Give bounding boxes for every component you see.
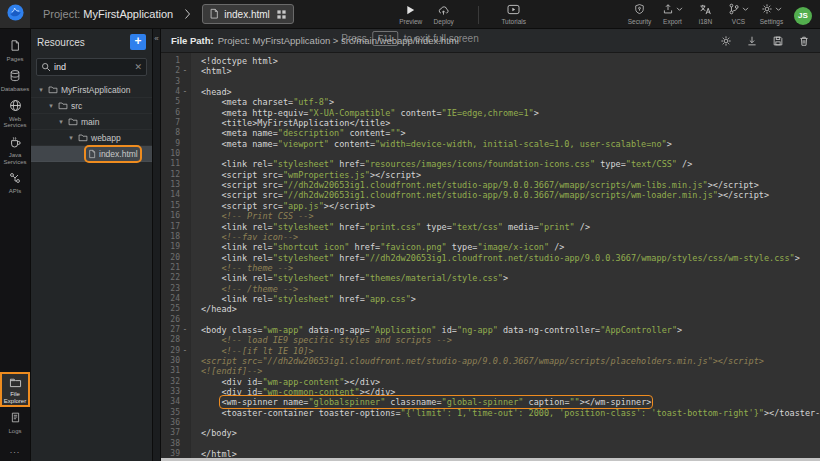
code-line-12[interactable]: <script src="wmProperties.js"></script> bbox=[201, 170, 820, 180]
collapse-panel-icon[interactable]: « bbox=[154, 34, 158, 43]
code-line-35[interactable]: <toaster-container toaster-options="{'li… bbox=[201, 408, 820, 418]
gutter-line: 37 bbox=[161, 428, 190, 438]
fold-marker[interactable]: - bbox=[180, 87, 190, 97]
security-button[interactable]: Security bbox=[623, 4, 656, 25]
code-line-17[interactable]: <link rel="stylesheet" href="print.css" … bbox=[201, 222, 820, 232]
delete-icon[interactable] bbox=[798, 35, 810, 47]
code-line-1[interactable]: <!doctype html> bbox=[201, 56, 820, 66]
tree-expand-icon[interactable]: ▾ bbox=[37, 86, 45, 94]
fold-spacer bbox=[180, 222, 190, 232]
tutorials-button[interactable]: Tutorials bbox=[497, 4, 530, 25]
tree-row-main[interactable]: ▾main bbox=[31, 114, 152, 130]
gutter-line: 22 bbox=[161, 273, 190, 283]
code-line-25[interactable]: </head> bbox=[201, 304, 820, 314]
clear-search-icon[interactable]: ✕ bbox=[134, 63, 142, 72]
sidebar-item-databases[interactable]: Databases bbox=[0, 65, 30, 95]
tree-row-myfirstapplication[interactable]: ▾MyFirstApplication bbox=[31, 82, 152, 98]
search-input[interactable] bbox=[54, 62, 131, 72]
tree-expand-icon[interactable]: ▾ bbox=[57, 118, 65, 126]
tree-row-index-html[interactable]: index.html bbox=[31, 146, 152, 162]
code-line-18[interactable]: <!--fav icon--> bbox=[201, 232, 820, 242]
sidebar-item-webservices[interactable]: Web Services bbox=[0, 95, 30, 132]
tree-expand-icon[interactable]: ▾ bbox=[67, 134, 75, 142]
code-line-30[interactable]: <script src="//dh2dw20653ig1.cloudfront.… bbox=[201, 356, 820, 366]
sidebar-item-label: Logs bbox=[8, 428, 21, 435]
line-number: 14 bbox=[161, 190, 180, 200]
code-line-29[interactable]: <!--[if lt IE 10]> bbox=[201, 346, 820, 356]
sidebar-item-pages[interactable]: Pages bbox=[0, 35, 30, 65]
code-line-21[interactable]: <!-- theme --> bbox=[201, 263, 820, 273]
gutter-line: 3 bbox=[161, 77, 190, 87]
topbar: Project: MyFirstApplication index.html P… bbox=[0, 0, 820, 29]
code-line-27[interactable]: <body class="wm-app" data-ng-app="Applic… bbox=[201, 325, 820, 335]
fold-spacer bbox=[180, 108, 190, 118]
sidebar-item-javaservices[interactable]: Java Services bbox=[0, 132, 30, 169]
grid-menu-icon[interactable] bbox=[276, 9, 287, 20]
i18n-button[interactable]: i18N bbox=[689, 4, 722, 25]
code-line-37[interactable]: </body> bbox=[201, 428, 820, 438]
app-logo[interactable] bbox=[0, 0, 30, 28]
user-avatar[interactable]: JS bbox=[794, 7, 812, 25]
fold-marker[interactable]: - bbox=[180, 346, 190, 356]
tree-row-src[interactable]: ▾src bbox=[31, 98, 152, 114]
code-line-23[interactable]: <!-- /theme --> bbox=[201, 284, 820, 294]
code-line-31[interactable]: <![endif]--> bbox=[201, 366, 820, 376]
search-box[interactable]: ✕ bbox=[36, 58, 147, 76]
code-gutter[interactable]: 12-34-5678910111213141516171819202122232… bbox=[161, 53, 191, 458]
code-line-33[interactable]: <div id="wm-common-content"></div> bbox=[201, 387, 820, 397]
vcs-button[interactable]: VCS bbox=[722, 4, 755, 25]
code-line-2[interactable]: <html> bbox=[201, 66, 820, 76]
code-line-13[interactable]: <script src="//dh2dw20653ig1.cloudfront.… bbox=[201, 180, 820, 190]
tree-row-webapp[interactable]: ▾webapp bbox=[31, 130, 152, 146]
line-number: 21 bbox=[161, 263, 180, 273]
settings-icon[interactable] bbox=[720, 35, 732, 47]
code-line-6[interactable]: <meta http-equiv="X-UA-Compatible" conte… bbox=[201, 108, 820, 118]
code-line-36[interactable] bbox=[201, 418, 820, 428]
fold-spacer bbox=[180, 304, 190, 314]
preview-button[interactable]: Preview bbox=[394, 4, 427, 25]
tree-expand-icon[interactable]: ▾ bbox=[47, 102, 55, 110]
sidebar-item-fileexplorer[interactable]: File Explorer bbox=[0, 372, 30, 408]
file-path-label: File Path: bbox=[171, 35, 214, 46]
add-resource-button[interactable]: + bbox=[130, 34, 146, 50]
fold-marker[interactable]: - bbox=[180, 325, 190, 335]
sidebar-more-button[interactable]: ... bbox=[10, 437, 21, 461]
code-line-9[interactable]: <meta name="viewport" content="width=dev… bbox=[201, 139, 820, 149]
javaservices-icon bbox=[9, 136, 22, 151]
save-icon[interactable] bbox=[772, 35, 784, 47]
code-line-22[interactable]: <link rel="stylesheet" href="themes/mate… bbox=[201, 273, 820, 283]
code-line-28[interactable]: <!-- load IE9 specific styles and script… bbox=[201, 335, 820, 345]
code-line-16[interactable]: <!-- Print CSS --> bbox=[201, 211, 820, 221]
code-line-19[interactable]: <link rel="shortcut icon" href="favicon.… bbox=[201, 242, 820, 252]
tab-index-html[interactable]: index.html bbox=[202, 4, 294, 24]
panel-collapse-strip[interactable]: « bbox=[152, 29, 160, 461]
code-line-14[interactable]: <script src="//dh2dw20653ig1.cloudfront.… bbox=[201, 190, 820, 200]
code-line-10[interactable] bbox=[201, 149, 820, 159]
code-lines[interactable]: <!doctype html><html><head> <meta charse… bbox=[191, 53, 820, 458]
code-line-39[interactable]: </html> bbox=[201, 449, 820, 458]
fold-marker[interactable]: - bbox=[180, 66, 190, 76]
code-line-32[interactable]: <div id="wm-app-content"></div> bbox=[201, 377, 820, 387]
export-button[interactable]: Export bbox=[656, 4, 689, 25]
code-line-34[interactable]: <wm-spinner name="globalspinner" classna… bbox=[201, 397, 820, 407]
code-line-15[interactable]: <script src="app.js"></script> bbox=[201, 201, 820, 211]
settings-button[interactable]: Settings bbox=[755, 4, 788, 25]
gutter-line: 10 bbox=[161, 149, 190, 159]
code-line-8[interactable]: <meta name="description" content=""> bbox=[201, 128, 820, 138]
code-line-11[interactable]: <link rel="stylesheet" href="resources/i… bbox=[201, 159, 820, 169]
code-line-5[interactable]: <meta charset="utf-8"> bbox=[201, 97, 820, 107]
download-icon[interactable] bbox=[746, 35, 758, 47]
code-editor[interactable]: 12-34-5678910111213141516171819202122232… bbox=[161, 53, 820, 458]
code-line-24[interactable]: <link rel="stylesheet" href="app.css"> bbox=[201, 294, 820, 304]
code-line-7[interactable]: <title>MyFirstApplication</title> bbox=[201, 118, 820, 128]
sidebar-item-apis[interactable]: APIs bbox=[0, 168, 30, 197]
sidebar-item-logs[interactable]: Logs bbox=[0, 407, 30, 437]
code-line-26[interactable] bbox=[201, 315, 820, 325]
deploy-button[interactable]: Deploy bbox=[427, 4, 460, 25]
code-line-3[interactable] bbox=[201, 77, 820, 87]
resources-title: Resources bbox=[37, 37, 130, 48]
code-line-4[interactable]: <head> bbox=[201, 87, 820, 97]
code-line-20[interactable]: <link rel="stylesheet" href="//dh2dw2065… bbox=[201, 253, 820, 263]
code-line-38[interactable] bbox=[201, 439, 820, 449]
gutter-line: 11 bbox=[161, 159, 190, 169]
